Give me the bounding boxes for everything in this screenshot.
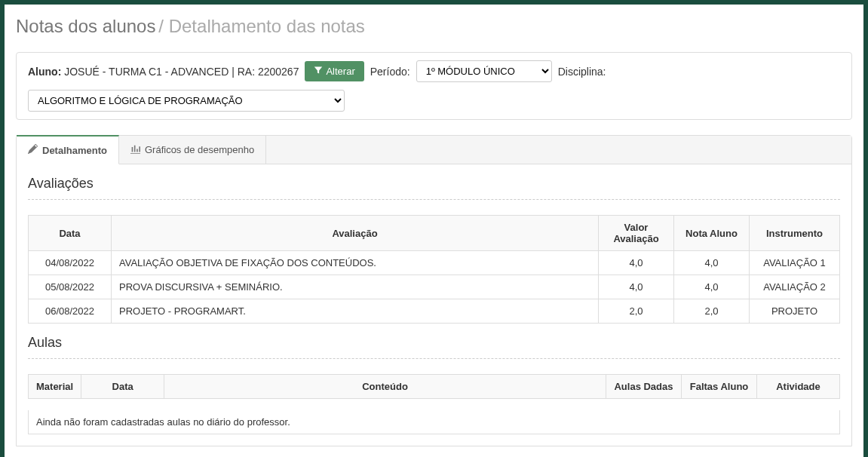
cell-instrumento: AVALIAÇÃO 2 (750, 275, 840, 299)
th-data: Data (29, 216, 112, 251)
cell-nota: 4,0 (674, 275, 750, 299)
avaliacoes-body: 04/08/2022 AVALIAÇÃO OBJETIVA DE FIXAÇÃO… (29, 251, 840, 324)
breadcrumb-separator: / (158, 16, 168, 36)
disciplina-select[interactable]: ALGORITMO E LÓGICA DE PROGRAMAÇÃO (28, 90, 345, 112)
disciplina-label: Disciplina: (558, 66, 606, 78)
cell-valor: 4,0 (599, 275, 674, 299)
th-conteudo: Conteúdo (164, 375, 606, 399)
aluno-value: JOSUÉ - TURMA C1 - ADVANCED | RA: 220026… (64, 66, 299, 78)
page-container: Notas dos alunos / Detalhamento das nota… (5, 5, 863, 457)
th-valor: Valor Avaliação (599, 216, 674, 251)
aulas-title: Aulas (28, 335, 840, 351)
section-divider (28, 199, 840, 200)
th-material: Material (29, 375, 81, 399)
filter-row: Aluno: JOSUÉ - TURMA C1 - ADVANCED | RA:… (28, 60, 840, 82)
th-aulas-dadas: Aulas Dadas (606, 375, 682, 399)
tab-detalhamento-label: Detalhamento (42, 145, 107, 156)
avaliacoes-title: Avaliações (28, 176, 840, 192)
cell-valor: 4,0 (599, 251, 674, 275)
chart-icon (130, 144, 140, 156)
cell-instrumento: PROJETO (750, 299, 840, 324)
cell-instrumento: AVALIAÇÃO 1 (750, 251, 840, 275)
avaliacoes-table: Data Avaliação Valor Avaliação Nota Alun… (28, 215, 840, 324)
filter-row-2: ALGORITMO E LÓGICA DE PROGRAMAÇÃO (28, 82, 840, 112)
alterar-label: Alterar (326, 66, 354, 77)
cell-avaliacao: PROVA DISCURSIVA + SEMINÁRIO. (112, 275, 599, 299)
cell-nota: 4,0 (674, 251, 750, 275)
th-instrumento: Instrumento (750, 216, 840, 251)
cell-avaliacao: AVALIAÇÃO OBJETIVA DE FIXAÇÃO DOS CONTEÚ… (112, 251, 599, 275)
th-nota: Nota Aluno (674, 216, 750, 251)
cell-data: 05/08/2022 (29, 275, 112, 299)
th-aulas-data: Data (81, 375, 164, 399)
cell-data: 06/08/2022 (29, 299, 112, 324)
page-subtitle: Detalhamento das notas (169, 16, 365, 36)
aluno-label-bold: Aluno: (28, 66, 61, 78)
th-atividade: Atividade (757, 375, 840, 399)
aulas-empty-message: Ainda não foram cadastradas aulas no diá… (28, 410, 840, 434)
table-row: 06/08/2022 PROJETO - PROGRAMART. 2,0 2,0… (29, 299, 840, 324)
aluno-label: Aluno: JOSUÉ - TURMA C1 - ADVANCED | RA:… (28, 66, 299, 78)
table-row: 04/08/2022 AVALIAÇÃO OBJETIVA DE FIXAÇÃO… (29, 251, 840, 275)
cell-nota: 2,0 (674, 299, 750, 324)
aulas-table: Material Data Conteúdo Aulas Dadas Falta… (28, 374, 840, 399)
edit-icon (28, 144, 38, 156)
cell-avaliacao: PROJETO - PROGRAMART. (112, 299, 599, 324)
alterar-button[interactable]: Alterar (305, 61, 363, 81)
tabs-nav: Detalhamento Gráficos de desempenho (17, 136, 851, 164)
table-header-row: Material Data Conteúdo Aulas Dadas Falta… (29, 375, 840, 399)
filter-icon (314, 66, 323, 77)
cell-valor: 2,0 (599, 299, 674, 324)
section-divider-2 (28, 358, 840, 359)
table-header-row: Data Avaliação Valor Avaliação Nota Alun… (29, 216, 840, 251)
th-avaliacao: Avaliação (112, 216, 599, 251)
page-title: Notas dos alunos (16, 16, 155, 36)
tabs-container: Detalhamento Gráficos de desempenho Aval… (16, 135, 852, 446)
cell-data: 04/08/2022 (29, 251, 112, 275)
tab-graficos-label: Gráficos de desempenho (145, 144, 254, 155)
table-row: 05/08/2022 PROVA DISCURSIVA + SEMINÁRIO.… (29, 275, 840, 299)
filter-panel: Aluno: JOSUÉ - TURMA C1 - ADVANCED | RA:… (16, 52, 852, 120)
page-header: Notas dos alunos / Detalhamento das nota… (16, 16, 852, 37)
tab-content: Avaliações Data Avaliação Valor Avaliaçã… (17, 164, 851, 446)
periodo-label: Período: (370, 66, 410, 78)
tab-detalhamento[interactable]: Detalhamento (17, 135, 119, 164)
th-faltas: Faltas Aluno (682, 375, 757, 399)
periodo-select[interactable]: 1º MÓDULO ÚNICO (416, 60, 552, 82)
tab-graficos[interactable]: Gráficos de desempenho (119, 136, 266, 164)
